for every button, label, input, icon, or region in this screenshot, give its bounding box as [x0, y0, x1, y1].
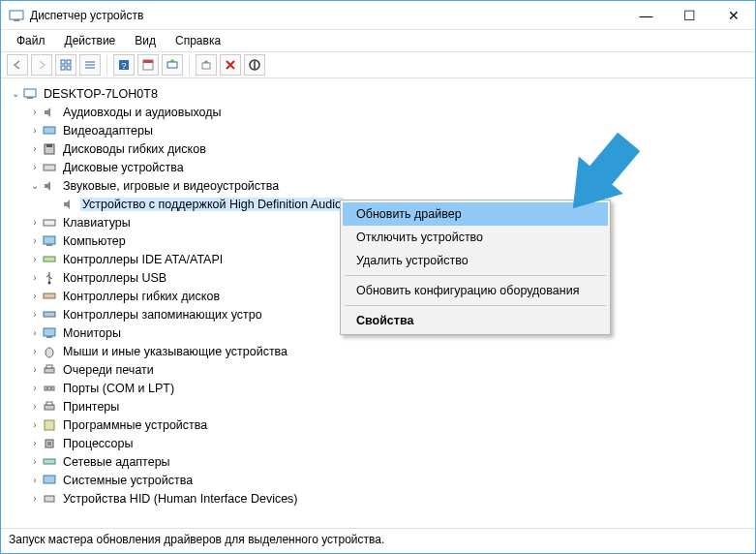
svg-rect-12	[143, 60, 153, 63]
expand-icon[interactable]: ›	[28, 383, 42, 393]
expand-icon[interactable]: ›	[28, 438, 42, 448]
app-icon	[9, 8, 24, 23]
expand-icon[interactable]: ›	[28, 346, 42, 356]
tree-item-system[interactable]: ›Системные устройства	[28, 471, 751, 489]
collapse-icon[interactable]: ⌄	[9, 88, 22, 99]
svg-rect-39	[45, 420, 54, 430]
ctx-scan-hardware[interactable]: Обновить конфигурацию оборудования	[343, 279, 608, 302]
toolbar-list-icon[interactable]	[79, 54, 101, 76]
printer-icon	[42, 399, 57, 415]
svg-rect-5	[67, 66, 71, 70]
root-label: DESKTOP-7LOH0T8	[42, 87, 160, 101]
speaker-icon	[42, 178, 57, 194]
svg-point-26	[48, 281, 51, 284]
svg-rect-42	[44, 459, 55, 464]
tree-item-network[interactable]: ›Сетевые адаптеры	[28, 452, 751, 471]
tree-item-cpu[interactable]: ›Процессоры	[28, 434, 751, 452]
tree-item-audio-io[interactable]: ›Аудиовходы и аудиовыходы	[28, 103, 751, 121]
expand-icon[interactable]: ›	[28, 419, 42, 430]
expand-icon[interactable]: ›	[28, 254, 42, 264]
expand-icon[interactable]: ›	[28, 272, 42, 283]
svg-rect-17	[27, 97, 33, 99]
svg-rect-22	[44, 220, 55, 226]
toolbar: ?	[1, 51, 755, 78]
tree-item-printers[interactable]: ›Принтеры	[28, 397, 751, 416]
tree-item-disk[interactable]: ›Дисковые устройства	[28, 158, 751, 176]
tree-item-floppy[interactable]: ›Дисководы гибких дисков	[28, 139, 751, 158]
toolbar-disable-icon[interactable]	[244, 54, 265, 76]
window-buttons: — ☐ ✕	[624, 1, 755, 29]
keyboard-icon	[42, 215, 57, 231]
svg-point-31	[45, 348, 53, 357]
svg-rect-20	[46, 144, 52, 147]
maximize-button[interactable]: ☐	[668, 1, 711, 29]
svg-rect-29	[44, 328, 55, 336]
menu-file[interactable]: Файл	[9, 32, 53, 49]
expand-icon[interactable]: ›	[28, 143, 42, 154]
expand-icon[interactable]: ›	[28, 162, 42, 172]
svg-text:?: ?	[121, 61, 126, 71]
monitor-icon	[42, 325, 57, 341]
svg-rect-0	[10, 11, 23, 19]
expand-icon[interactable]: ›	[28, 125, 42, 136]
menu-help[interactable]: Справка	[167, 32, 228, 49]
monitor-icon	[42, 233, 57, 249]
tree-item-software[interactable]: ›Программные устройства	[28, 416, 751, 434]
context-menu: Обновить драйвер Отключить устройство Уд…	[340, 200, 611, 335]
toolbar-uninstall-icon[interactable]	[220, 54, 241, 76]
statusbar: Запуск мастера обновления драйверов для …	[1, 528, 755, 553]
tree-item-video[interactable]: ›Видеоадаптеры	[28, 121, 751, 139]
tree-item-hid[interactable]: ›Устройства HID (Human Interface Devices…	[28, 489, 751, 508]
window-title: Диспетчер устройств	[30, 9, 624, 22]
expand-icon[interactable]: ›	[28, 291, 42, 301]
tree-item-print-queue[interactable]: ›Очереди печати	[28, 360, 751, 379]
tree-item-sound[interactable]: ⌄Звуковые, игровые и видеоустройства	[28, 176, 751, 195]
ctx-uninstall-device[interactable]: Удалить устройство	[343, 249, 608, 272]
svg-rect-28	[44, 312, 55, 317]
expand-icon[interactable]: ›	[28, 309, 42, 320]
tree-item-mouse[interactable]: ›Мыши и иные указывающие устройства	[28, 342, 751, 360]
ctx-update-driver[interactable]: Обновить драйвер	[343, 202, 608, 226]
menu-view[interactable]: Вид	[127, 32, 164, 49]
toolbar-help-icon[interactable]: ?	[113, 54, 135, 76]
mouse-icon	[42, 344, 57, 359]
speaker-icon	[42, 105, 57, 120]
toolbar-back-icon[interactable]	[7, 54, 28, 76]
svg-point-36	[50, 387, 52, 389]
expand-icon[interactable]: ›	[28, 107, 42, 117]
svg-rect-37	[45, 405, 54, 410]
svg-rect-43	[44, 476, 55, 483]
status-text: Запуск мастера обновления драйверов для …	[9, 533, 384, 546]
ctx-properties[interactable]: Свойства	[343, 309, 608, 332]
expand-icon[interactable]: ›	[28, 235, 42, 246]
menubar: Файл Действие Вид Справка	[1, 30, 755, 51]
svg-rect-41	[47, 442, 51, 446]
expand-icon[interactable]: ›	[28, 327, 42, 338]
port-icon	[42, 381, 57, 396]
expand-icon[interactable]: ›	[28, 493, 42, 504]
expand-icon[interactable]: ›	[28, 364, 42, 375]
collapse-icon[interactable]: ⌄	[28, 180, 42, 191]
toolbar-properties-icon[interactable]	[137, 54, 159, 76]
svg-rect-30	[46, 336, 52, 338]
floppy-icon	[42, 141, 57, 157]
toolbar-update-icon[interactable]	[196, 54, 217, 76]
tree-root[interactable]: ⌄ DESKTOP-7LOH0T8	[9, 84, 751, 103]
toolbar-scan-icon[interactable]	[162, 54, 183, 76]
toolbar-separator	[189, 55, 190, 75]
toolbar-forward-icon[interactable]	[31, 54, 52, 76]
svg-rect-21	[44, 165, 55, 170]
minimize-button[interactable]: —	[624, 1, 668, 29]
menu-action[interactable]: Действие	[57, 32, 124, 49]
toolbar-grid-icon[interactable]	[55, 54, 76, 76]
close-button[interactable]: ✕	[711, 1, 755, 29]
expand-icon[interactable]: ›	[28, 401, 42, 412]
ctx-disable-device[interactable]: Отключить устройство	[343, 226, 608, 249]
controller-icon	[42, 252, 57, 267]
hid-icon	[42, 491, 57, 507]
expand-icon[interactable]: ›	[28, 217, 42, 228]
display-adapter-icon	[42, 123, 57, 138]
expand-icon[interactable]: ›	[28, 456, 42, 467]
tree-item-ports[interactable]: ›Порты (COM и LPT)	[28, 379, 751, 397]
expand-icon[interactable]: ›	[28, 475, 42, 485]
